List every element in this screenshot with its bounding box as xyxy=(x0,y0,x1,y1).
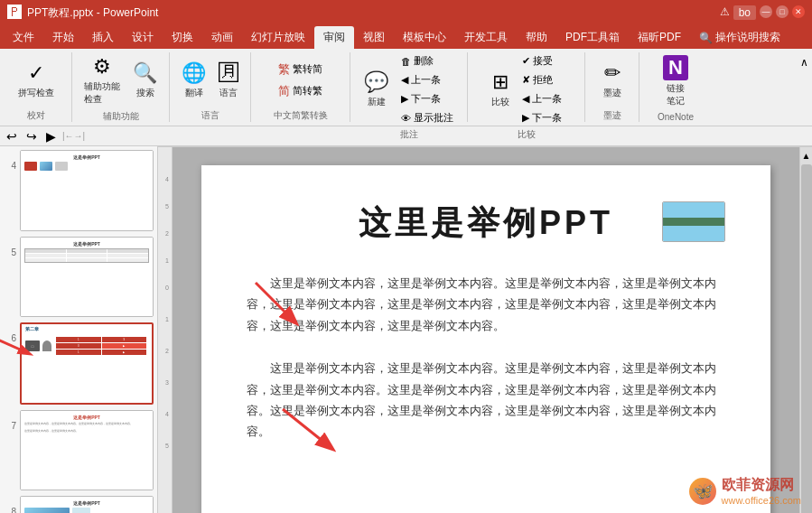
next-change-button[interactable]: ▶下一条 xyxy=(518,109,566,126)
ribbon: ✓ 拼写检查 校对 ⚙ 辅助功能检查 🔍 搜索 辅助功能 🌐 翻译 xyxy=(0,49,812,126)
slide-img-inner xyxy=(663,202,724,241)
slide-paragraph-1[interactable]: 这里是举例文本内容，这里是举例文本内容。这里是举例文本内容，这里是举例文本内容，… xyxy=(247,273,725,336)
next-comment-button[interactable]: ▶下一条 xyxy=(397,90,458,107)
tab-office-pdf[interactable]: 福昕PDF xyxy=(629,26,690,49)
slide-panel[interactable]: 4 这是举例PPT 5 xyxy=(0,146,158,513)
assistive-icon: ⚙ xyxy=(93,55,111,79)
tab-insert[interactable]: 插入 xyxy=(83,26,123,49)
watermark-icon: 🦋 xyxy=(693,481,713,501)
delete-comment-button[interactable]: 🗑删除 xyxy=(397,52,458,70)
new-comment-icon: 💬 xyxy=(364,70,388,94)
svg-text:2: 2 xyxy=(165,348,169,354)
ink-icon: ✏ xyxy=(604,61,621,85)
tab-pdf-tools[interactable]: PDF工具箱 xyxy=(556,26,629,49)
watermark: 🦋 欧菲资源网 www.office26.com xyxy=(689,476,799,506)
reject-button[interactable]: ✘拒绝 xyxy=(518,71,566,89)
svg-text:3: 3 xyxy=(165,379,169,386)
svg-text:2: 2 xyxy=(165,230,169,237)
svg-text:4: 4 xyxy=(165,411,169,417)
tab-home[interactable]: 开始 xyxy=(43,26,83,49)
slide-title[interactable]: 这里是举例PPT xyxy=(247,201,725,246)
canvas-area: -12-11 -10-9 -8-7 -6-5 -4-3 -2-1 0 12 34… xyxy=(158,146,812,513)
prev-comment-button[interactable]: ◀上一条 xyxy=(397,71,458,89)
assistive-button[interactable]: ⚙ 辅助功能检查 xyxy=(79,52,125,108)
canvas-main[interactable]: 这里是举例PPT 这里是举例文本内容，这里是举例文本内容。这里是举例文本内容，这… xyxy=(173,147,799,513)
ink-label: 墨迹 xyxy=(603,107,621,122)
translate-icon: 🌐 xyxy=(182,61,206,85)
qa-start[interactable]: ▶ xyxy=(43,128,59,145)
slide-canvas-wrapper: 这里是举例PPT 这里是举例文本内容，这里是举例文本内容。这里是举例文本内容，这… xyxy=(201,165,770,513)
tab-animations[interactable]: 动画 xyxy=(202,26,242,49)
slide-item-4[interactable]: 4 这是举例PPT xyxy=(4,150,154,231)
tab-help[interactable]: 帮助 xyxy=(517,26,556,49)
close-button[interactable]: ✕ xyxy=(792,5,805,18)
scrollbar-vertical[interactable]: ▲ ▼ xyxy=(799,147,812,513)
slide-item-8[interactable]: 8 这是举例PPT xyxy=(4,496,154,513)
slide-paragraph-2[interactable]: 这里是举例文本内容，这里是举例文本内容。这里是举例文本内容，这里是举例文本内容，… xyxy=(247,358,725,443)
ribbon-group-language: 🌐 翻译 🈷 语言 语言 xyxy=(170,52,251,122)
watermark-text: 欧菲资源网 xyxy=(722,476,799,495)
prev-change-button[interactable]: ◀上一条 xyxy=(518,90,566,107)
ribbon-group-ink: ✏ 墨迹 墨迹 xyxy=(585,52,639,122)
ruler-vertical: 4 5 2 1 0 1 2 3 4 5 xyxy=(158,147,173,513)
watermark-logo: 🦋 xyxy=(689,478,716,505)
ribbon-group-onenote: N 链接笔记 OneNote xyxy=(639,52,712,122)
nextch-icon: ▶ xyxy=(522,112,529,124)
scroll-thumb[interactable] xyxy=(801,164,812,513)
tab-template-center[interactable]: 模板中心 xyxy=(394,26,455,49)
reject-icon: ✘ xyxy=(522,74,530,86)
accept-button[interactable]: ✔接受 xyxy=(518,52,566,70)
tab-devtools[interactable]: 开发工具 xyxy=(455,26,517,49)
onenote-button[interactable]: N 链接笔记 xyxy=(658,52,693,110)
tab-review[interactable]: 审阅 xyxy=(314,26,354,49)
ruler-h-svg: -12-11 -10-9 -8-7 -6-5 -4-3 -2-1 0 12 34… xyxy=(158,146,812,147)
slide-item-6[interactable]: 6 第二章 □ 19 0▶ 1▶ xyxy=(4,322,154,404)
translate-button[interactable]: 🌐 翻译 xyxy=(177,59,210,102)
spell-check-button[interactable]: ✓ 拼写检查 xyxy=(14,59,59,102)
maximize-button[interactable]: □ xyxy=(776,5,789,18)
svg-text:4: 4 xyxy=(165,176,169,182)
title-bar-left: 🅿 PPT教程.pptx - PowerPoint xyxy=(7,5,158,21)
language-label: 语言 xyxy=(201,107,219,122)
ribbon-group-compare: ⊞ 比较 ✔接受 ✘拒绝 ◀上一条 ▶下一条 比较 xyxy=(468,52,585,122)
tab-slideshow[interactable]: 幻灯片放映 xyxy=(242,26,314,49)
delete-icon: 🗑 xyxy=(401,56,411,67)
ribbon-group-proofreading: ✓ 拼写检查 校对 xyxy=(0,52,72,122)
svg-rect-2 xyxy=(158,146,812,147)
slide-item-7[interactable]: 7 这是举例PPT 这里是举例文本内容，这里是举例文本内容。这里是举例文本内容，… xyxy=(4,410,154,491)
search-button[interactable]: 🔍 搜索 xyxy=(128,59,162,102)
watermark-subtext: www.office26.com xyxy=(722,495,799,506)
ink-button[interactable]: ✏ 墨迹 xyxy=(599,59,626,102)
chinese-convert-label: 中文简繁转换 xyxy=(274,107,328,122)
slide-canvas[interactable]: 这里是举例PPT 这里是举例文本内容，这里是举例文本内容。这里是举例文本内容，这… xyxy=(201,165,770,513)
svg-text:5: 5 xyxy=(165,203,169,210)
show-comments-button[interactable]: 👁显示批注 xyxy=(397,109,458,126)
canvas-wrapper: 4 5 2 1 0 1 2 3 4 5 xyxy=(158,147,812,513)
ruler-marker: |←→| xyxy=(62,131,85,141)
tab-design[interactable]: 设计 xyxy=(123,26,163,49)
ruler-horizontal: -12-11 -10-9 -8-7 -6-5 -4-3 -2-1 0 12 34… xyxy=(158,146,812,147)
qa-undo[interactable]: ↩ xyxy=(4,128,20,145)
simp-to-trad-button[interactable]: 简 简转繁 xyxy=(274,81,327,101)
prevch-icon: ◀ xyxy=(522,93,529,105)
title-bar-title: PPT教程.pptx - PowerPoint xyxy=(27,5,158,21)
compare-button[interactable]: ⊞ 比较 xyxy=(487,68,514,111)
svg-text:1: 1 xyxy=(165,257,169,264)
onenote-label: OneNote xyxy=(658,110,694,122)
tab-file[interactable]: 文件 xyxy=(4,26,43,49)
search-icon: 🔍 xyxy=(133,61,157,85)
user-label[interactable]: bo xyxy=(733,5,756,20)
minimize-button[interactable]: — xyxy=(760,5,772,18)
tab-transitions[interactable]: 切换 xyxy=(163,26,202,49)
ribbon-collapse-button[interactable]: ∧ xyxy=(797,52,812,122)
slide-image[interactable] xyxy=(662,201,725,242)
tab-instructions[interactable]: 🔍操作说明搜索 xyxy=(690,26,789,49)
tab-view[interactable]: 视图 xyxy=(354,26,394,49)
slide-item-5[interactable]: 5 这是举例PPT xyxy=(4,237,154,318)
scroll-up[interactable]: ▲ xyxy=(802,151,811,161)
app-icon: 🅿 xyxy=(7,5,22,21)
qa-redo[interactable]: ↪ xyxy=(23,128,40,145)
language-button[interactable]: 🈷 语言 xyxy=(214,59,243,102)
trad-to-simp-button[interactable]: 繁 繁转简 xyxy=(274,60,327,79)
new-comment-button[interactable]: 💬 新建 xyxy=(359,68,393,111)
